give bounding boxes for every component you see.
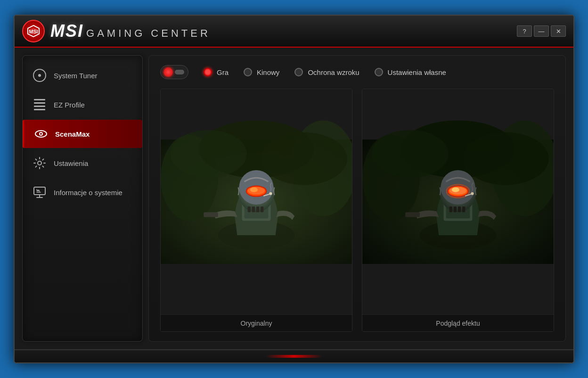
svg-point-6 — [38, 161, 41, 165]
msi-brand: MSI — [50, 21, 83, 41]
svg-point-52 — [471, 192, 474, 195]
svg-point-12 — [170, 130, 246, 178]
svg-rect-26 — [256, 206, 259, 212]
sidebar-item-system-tuner[interactable]: System Tuner — [23, 61, 142, 90]
svg-rect-25 — [252, 206, 255, 212]
svg-rect-24 — [248, 206, 251, 212]
sidebar: System Tuner EZ Profile — [22, 55, 143, 342]
radio-wlasne — [375, 68, 383, 76]
titlebar-text: MSI GAMING CENTER — [50, 21, 211, 41]
sidebar-label-ez-profile: EZ Profile — [54, 101, 85, 109]
preview-card-original: Oryginalny — [160, 89, 352, 332]
svg-point-13 — [261, 132, 347, 185]
profile-option-ochrona[interactable]: Ochrona wzroku — [294, 68, 359, 76]
svg-rect-48 — [454, 206, 457, 212]
sidebar-label-informacje: Informacje o systemie — [54, 189, 122, 197]
svg-point-29 — [269, 192, 272, 195]
radio-gra — [204, 68, 212, 76]
profile-row: Gra Kinowy Ochrona wzroku Ustawienia wła… — [160, 65, 554, 79]
gear-icon — [32, 156, 47, 171]
svg-point-5 — [40, 133, 42, 135]
sidebar-item-informacje[interactable]: Informacje o systemie — [23, 178, 142, 206]
sidebar-item-scenamax[interactable]: ScenaMax — [23, 120, 142, 148]
circle-icon — [32, 68, 47, 83]
bars-icon — [32, 97, 47, 112]
sidebar-label-scenamax: ScenaMax — [55, 130, 90, 138]
toggle-dot — [163, 67, 173, 77]
preview-card-effect: Podgląd efektu — [362, 89, 554, 332]
svg-rect-50 — [462, 206, 465, 212]
radio-ochrona — [294, 68, 303, 76]
profile-option-kinowy[interactable]: Kinowy — [244, 68, 279, 76]
titlebar-controls: ? — ✕ — [517, 25, 566, 37]
svg-point-34 — [372, 130, 448, 178]
titlebar: MSI MSI GAMING CENTER ? — ✕ — [15, 16, 573, 48]
sidebar-item-ustawienia[interactable]: Ustawienia — [23, 149, 142, 177]
eye-icon — [33, 126, 49, 141]
sidebar-item-ez-profile[interactable]: EZ Profile — [23, 90, 142, 119]
bottom-bar — [15, 349, 573, 362]
titlebar-logo: MSI MSI GAMING CENTER — [22, 20, 211, 42]
svg-rect-49 — [458, 206, 461, 212]
svg-rect-27 — [261, 206, 263, 212]
sidebar-label-ustawienia: Ustawienia — [54, 159, 88, 167]
preview-image-effect — [362, 89, 554, 314]
power-toggle[interactable] — [160, 65, 188, 79]
monitor-icon — [32, 185, 47, 200]
label-ochrona: Ochrona wzroku — [308, 68, 359, 76]
preview-image-original — [161, 89, 352, 314]
svg-point-44 — [452, 188, 459, 192]
profile-option-wlasne[interactable]: Ustawienia własne — [375, 68, 446, 76]
close-button[interactable]: ✕ — [551, 25, 566, 37]
toggle-bar — [175, 70, 184, 74]
label-kinowy: Kinowy — [257, 68, 279, 76]
svg-rect-47 — [449, 206, 452, 212]
preview-label-effect: Podgląd efektu — [362, 314, 554, 331]
radio-kinowy — [244, 68, 252, 76]
app-window: MSI MSI GAMING CENTER ? — ✕ System Tuner — [14, 15, 574, 363]
main-content: System Tuner EZ Profile — [15, 48, 573, 349]
svg-point-35 — [463, 132, 549, 185]
label-gra: Gra — [217, 68, 229, 76]
svg-rect-46 — [405, 212, 419, 217]
svg-rect-23 — [204, 212, 218, 217]
msi-logo-icon: MSI — [22, 20, 45, 42]
label-wlasne: Ustawienia własne — [388, 68, 446, 76]
profile-option-gra[interactable]: Gra — [204, 68, 229, 76]
bottom-accent — [266, 355, 322, 358]
sidebar-label-system-tuner: System Tuner — [54, 72, 98, 80]
preview-area: Oryginalny — [160, 89, 554, 332]
svg-point-22 — [250, 188, 258, 192]
preview-label-original: Oryginalny — [161, 314, 352, 331]
minimize-button[interactable]: — — [534, 25, 549, 37]
app-title: GAMING CENTER — [86, 27, 211, 40]
svg-text:MSI: MSI — [29, 29, 38, 34]
help-button[interactable]: ? — [517, 25, 532, 37]
content-area: Gra Kinowy Ochrona wzroku Ustawienia wła… — [148, 55, 566, 342]
